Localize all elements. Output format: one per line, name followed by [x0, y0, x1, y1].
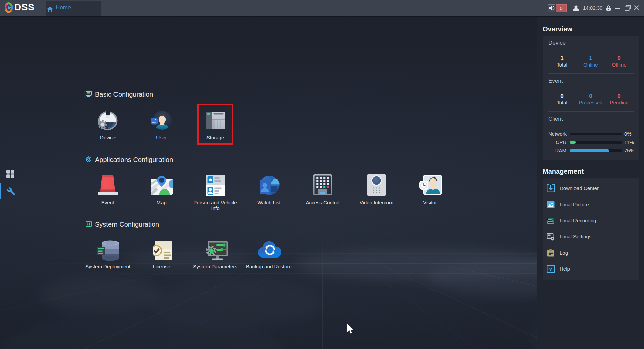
- svg-text:?: ?: [549, 266, 552, 272]
